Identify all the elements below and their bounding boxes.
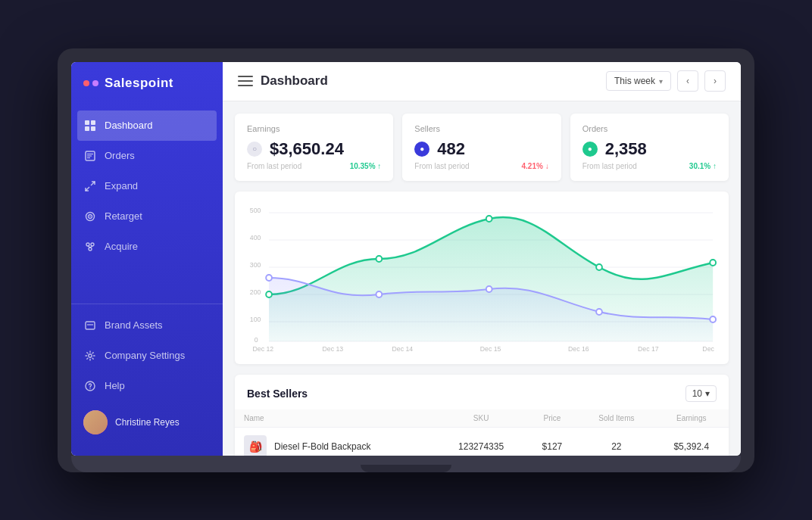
chart-point (266, 291, 272, 297)
table-row: 🎒 Diesel F-Bold Backpack 123274335 $127 … (235, 427, 729, 456)
product-earnings: $5,392.4 (654, 427, 729, 456)
product-image: 🎒 (244, 435, 267, 456)
col-header-sku: SKU (437, 409, 526, 428)
nav-next-button[interactable]: › (704, 70, 726, 92)
stat-bottom-earnings: From last period 10.35% ↑ (247, 162, 381, 170)
svg-line-17 (90, 246, 92, 248)
col-header-earnings: Earnings (654, 409, 729, 428)
sidebar-item-acquire[interactable]: Acquire (71, 232, 223, 262)
svg-point-20 (89, 353, 92, 357)
stat-icon-orders: ● (582, 142, 598, 157)
sidebar-item-retarget[interactable]: Retarget (71, 201, 223, 232)
main-content: Dashboard This week ▾ ‹ › (223, 62, 741, 456)
chevron-down-icon: ▾ (659, 77, 663, 86)
logo-dots (83, 80, 98, 86)
product-cell: 🎒 Diesel F-Bold Backpack (244, 435, 428, 456)
company-settings-icon (83, 349, 97, 363)
svg-text:200: 200 (250, 288, 261, 295)
topbar-left: Dashboard (238, 73, 328, 89)
svg-text:Dec 16: Dec 16 (568, 344, 589, 352)
svg-point-12 (89, 216, 91, 217)
logo-dot-red (83, 80, 89, 86)
product-name-cell: 🎒 Diesel F-Bold Backpack (235, 427, 437, 456)
page-title: Dashboard (261, 73, 328, 89)
stat-main-row: ● 2,358 (582, 139, 717, 159)
chart-svg: 500 400 300 200 100 0 (247, 202, 717, 353)
svg-rect-0 (85, 120, 89, 125)
period-selector[interactable]: This week ▾ (606, 71, 671, 91)
sidebar-item-label: Company Settings (105, 350, 185, 361)
sidebar-item-expand[interactable]: Expand (71, 171, 223, 201)
svg-point-22 (89, 388, 90, 388)
svg-text:Dec 17: Dec 17 (638, 344, 659, 352)
period-label: This week (614, 76, 655, 86)
sidebar-item-label: Orders (105, 150, 135, 161)
svg-rect-3 (91, 126, 95, 131)
expand-icon (83, 179, 97, 193)
sidebar-item-orders[interactable]: Orders (71, 141, 223, 171)
stat-change-earnings: 10.35% ↑ (350, 162, 382, 170)
svg-point-13 (86, 243, 89, 246)
user-profile[interactable]: Christine Reyes (71, 401, 223, 444)
chart-point (596, 309, 602, 315)
laptop-base (71, 456, 741, 472)
product-sku: 123274335 (437, 427, 526, 456)
stat-card-earnings: Earnings ○ $3,650.24 From last period 10… (235, 114, 393, 181)
stat-change-orders: 30.1% ↑ (689, 162, 717, 170)
col-header-sold: Sold Items (579, 409, 654, 428)
stat-bottom-sellers: From last period 4.21% ↓ (414, 162, 548, 170)
product-name: Diesel F-Bold Backpack (274, 441, 370, 452)
svg-text:Dec 15: Dec 15 (480, 344, 501, 352)
chart-point (710, 260, 716, 266)
stat-main-row: ○ $3,650.24 (247, 139, 381, 159)
stat-label: Orders (582, 124, 717, 133)
nav-prev-button[interactable]: ‹ (677, 70, 698, 92)
sidebar: Salespoint Dashboard (71, 62, 223, 456)
stat-card-orders: Orders ● 2,358 From last period 30.1% ↑ (570, 114, 729, 181)
chevron-left-icon: ‹ (686, 76, 689, 86)
stat-icon-sellers: ● (414, 142, 429, 157)
stats-row: Earnings ○ $3,650.24 From last period 10… (235, 114, 729, 181)
svg-rect-2 (85, 126, 89, 131)
avatar (83, 410, 108, 434)
menu-icon[interactable] (238, 76, 253, 86)
svg-text:Dec 12: Dec 12 (252, 344, 273, 352)
user-name: Christine Reyes (115, 417, 180, 428)
sidebar-item-company-settings[interactable]: Company Settings (71, 341, 223, 371)
stat-label: Earnings (247, 124, 381, 133)
stat-value-sellers: 482 (437, 139, 465, 159)
svg-text:Dec 18: Dec 18 (702, 344, 717, 352)
sidebar-bottom: Brand Assets Company Settings (71, 304, 223, 456)
svg-rect-18 (86, 322, 95, 329)
sidebar-item-brand-assets[interactable]: Brand Assets (71, 310, 223, 341)
svg-rect-1 (91, 120, 95, 125)
svg-text:400: 400 (250, 233, 261, 241)
svg-text:300: 300 (250, 260, 261, 268)
stat-change-sellers: 4.21% ↓ (522, 162, 549, 170)
sellers-count-select[interactable]: 10 ▾ (686, 385, 717, 402)
content-area: Earnings ○ $3,650.24 From last period 10… (223, 101, 741, 456)
col-header-price: Price (526, 409, 579, 428)
svg-line-16 (88, 246, 90, 248)
chart-point (376, 291, 383, 297)
sellers-header: Best Sellers 10 ▾ (235, 375, 729, 409)
sidebar-item-dashboard[interactable]: Dashboard (77, 111, 217, 141)
svg-text:Dec 13: Dec 13 (323, 344, 344, 352)
svg-text:0: 0 (255, 335, 258, 343)
stat-from-orders: From last period (582, 162, 637, 170)
logo-dot-purple (92, 80, 98, 86)
sidebar-item-help[interactable]: Help (71, 371, 223, 401)
laptop-frame: Salespoint Dashboard (58, 48, 754, 472)
topbar-right: This week ▾ ‹ › (606, 70, 726, 92)
chevron-down-icon: ▾ (705, 388, 710, 399)
chart-point (486, 216, 492, 222)
sidebar-nav: Dashboard Orders (71, 104, 223, 304)
logo-text: Salespoint (105, 76, 173, 91)
stat-label: Sellers (414, 124, 548, 133)
sellers-title: Best Sellers (247, 388, 308, 400)
topbar: Dashboard This week ▾ ‹ › (223, 62, 741, 101)
svg-point-15 (89, 248, 92, 251)
sidebar-item-label: Help (105, 380, 125, 391)
stat-value-orders: 2,358 (605, 139, 647, 159)
retarget-icon (83, 210, 97, 223)
